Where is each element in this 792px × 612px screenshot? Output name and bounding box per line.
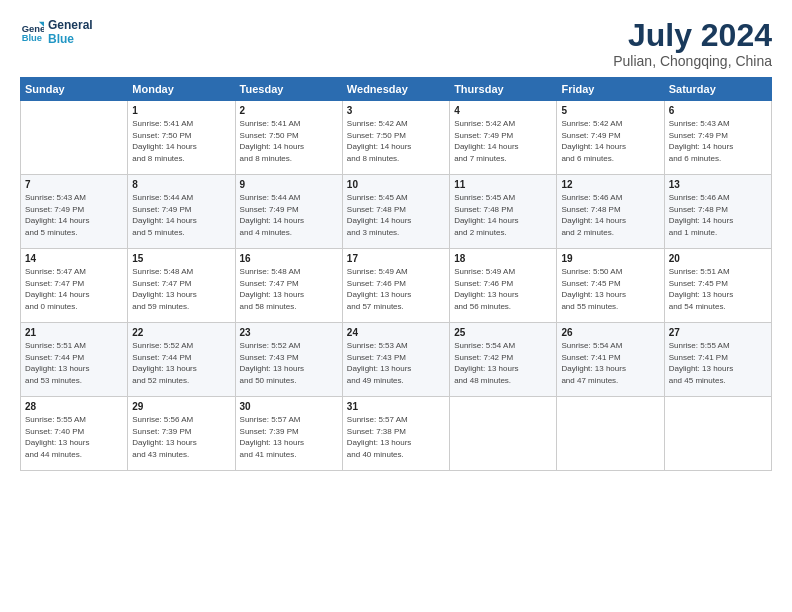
day-number: 11 bbox=[454, 179, 552, 190]
day-number: 1 bbox=[132, 105, 230, 116]
day-number: 17 bbox=[347, 253, 445, 264]
day-number: 26 bbox=[561, 327, 659, 338]
calendar-cell: 3Sunrise: 5:42 AMSunset: 7:50 PMDaylight… bbox=[342, 101, 449, 175]
calendar-cell: 28Sunrise: 5:55 AMSunset: 7:40 PMDayligh… bbox=[21, 397, 128, 471]
day-number: 2 bbox=[240, 105, 338, 116]
calendar-table: SundayMondayTuesdayWednesdayThursdayFrid… bbox=[20, 77, 772, 471]
calendar-cell: 19Sunrise: 5:50 AMSunset: 7:45 PMDayligh… bbox=[557, 249, 664, 323]
calendar-cell: 16Sunrise: 5:48 AMSunset: 7:47 PMDayligh… bbox=[235, 249, 342, 323]
day-number: 28 bbox=[25, 401, 123, 412]
cell-content: Sunrise: 5:53 AMSunset: 7:43 PMDaylight:… bbox=[347, 340, 445, 386]
cell-content: Sunrise: 5:50 AMSunset: 7:45 PMDaylight:… bbox=[561, 266, 659, 312]
cell-content: Sunrise: 5:48 AMSunset: 7:47 PMDaylight:… bbox=[132, 266, 230, 312]
calendar-cell: 17Sunrise: 5:49 AMSunset: 7:46 PMDayligh… bbox=[342, 249, 449, 323]
day-number: 14 bbox=[25, 253, 123, 264]
cell-content: Sunrise: 5:57 AMSunset: 7:38 PMDaylight:… bbox=[347, 414, 445, 460]
location: Pulian, Chongqing, China bbox=[613, 53, 772, 69]
day-number: 5 bbox=[561, 105, 659, 116]
calendar-cell: 21Sunrise: 5:51 AMSunset: 7:44 PMDayligh… bbox=[21, 323, 128, 397]
calendar-cell: 4Sunrise: 5:42 AMSunset: 7:49 PMDaylight… bbox=[450, 101, 557, 175]
day-number: 24 bbox=[347, 327, 445, 338]
header-day-monday: Monday bbox=[128, 78, 235, 101]
calendar-cell: 14Sunrise: 5:47 AMSunset: 7:47 PMDayligh… bbox=[21, 249, 128, 323]
day-number: 15 bbox=[132, 253, 230, 264]
calendar-cell: 24Sunrise: 5:53 AMSunset: 7:43 PMDayligh… bbox=[342, 323, 449, 397]
calendar-cell: 29Sunrise: 5:56 AMSunset: 7:39 PMDayligh… bbox=[128, 397, 235, 471]
calendar-cell: 7Sunrise: 5:43 AMSunset: 7:49 PMDaylight… bbox=[21, 175, 128, 249]
day-number: 23 bbox=[240, 327, 338, 338]
cell-content: Sunrise: 5:49 AMSunset: 7:46 PMDaylight:… bbox=[454, 266, 552, 312]
header-day-saturday: Saturday bbox=[664, 78, 771, 101]
calendar-cell: 2Sunrise: 5:41 AMSunset: 7:50 PMDaylight… bbox=[235, 101, 342, 175]
cell-content: Sunrise: 5:46 AMSunset: 7:48 PMDaylight:… bbox=[561, 192, 659, 238]
day-number: 3 bbox=[347, 105, 445, 116]
cell-content: Sunrise: 5:43 AMSunset: 7:49 PMDaylight:… bbox=[25, 192, 123, 238]
day-number: 25 bbox=[454, 327, 552, 338]
logo: General Blue General Blue bbox=[20, 18, 93, 47]
week-row-1: 7Sunrise: 5:43 AMSunset: 7:49 PMDaylight… bbox=[21, 175, 772, 249]
cell-content: Sunrise: 5:49 AMSunset: 7:46 PMDaylight:… bbox=[347, 266, 445, 312]
calendar-cell: 13Sunrise: 5:46 AMSunset: 7:48 PMDayligh… bbox=[664, 175, 771, 249]
cell-content: Sunrise: 5:41 AMSunset: 7:50 PMDaylight:… bbox=[240, 118, 338, 164]
week-row-4: 28Sunrise: 5:55 AMSunset: 7:40 PMDayligh… bbox=[21, 397, 772, 471]
week-row-0: 1Sunrise: 5:41 AMSunset: 7:50 PMDaylight… bbox=[21, 101, 772, 175]
header-day-friday: Friday bbox=[557, 78, 664, 101]
calendar-cell: 10Sunrise: 5:45 AMSunset: 7:48 PMDayligh… bbox=[342, 175, 449, 249]
calendar-cell: 9Sunrise: 5:44 AMSunset: 7:49 PMDaylight… bbox=[235, 175, 342, 249]
calendar-cell: 5Sunrise: 5:42 AMSunset: 7:49 PMDaylight… bbox=[557, 101, 664, 175]
calendar-cell: 27Sunrise: 5:55 AMSunset: 7:41 PMDayligh… bbox=[664, 323, 771, 397]
calendar-cell: 20Sunrise: 5:51 AMSunset: 7:45 PMDayligh… bbox=[664, 249, 771, 323]
cell-content: Sunrise: 5:42 AMSunset: 7:50 PMDaylight:… bbox=[347, 118, 445, 164]
header-day-wednesday: Wednesday bbox=[342, 78, 449, 101]
cell-content: Sunrise: 5:44 AMSunset: 7:49 PMDaylight:… bbox=[240, 192, 338, 238]
day-number: 30 bbox=[240, 401, 338, 412]
calendar-cell bbox=[664, 397, 771, 471]
header: General Blue General Blue July 2024 Puli… bbox=[20, 18, 772, 69]
cell-content: Sunrise: 5:51 AMSunset: 7:44 PMDaylight:… bbox=[25, 340, 123, 386]
day-number: 19 bbox=[561, 253, 659, 264]
calendar-page: General Blue General Blue July 2024 Puli… bbox=[0, 0, 792, 612]
day-number: 10 bbox=[347, 179, 445, 190]
calendar-cell: 8Sunrise: 5:44 AMSunset: 7:49 PMDaylight… bbox=[128, 175, 235, 249]
svg-text:Blue: Blue bbox=[22, 33, 42, 44]
cell-content: Sunrise: 5:56 AMSunset: 7:39 PMDaylight:… bbox=[132, 414, 230, 460]
cell-content: Sunrise: 5:48 AMSunset: 7:47 PMDaylight:… bbox=[240, 266, 338, 312]
day-number: 27 bbox=[669, 327, 767, 338]
calendar-cell: 22Sunrise: 5:52 AMSunset: 7:44 PMDayligh… bbox=[128, 323, 235, 397]
day-number: 12 bbox=[561, 179, 659, 190]
month-title: July 2024 bbox=[613, 18, 772, 53]
calendar-cell: 15Sunrise: 5:48 AMSunset: 7:47 PMDayligh… bbox=[128, 249, 235, 323]
calendar-cell: 18Sunrise: 5:49 AMSunset: 7:46 PMDayligh… bbox=[450, 249, 557, 323]
day-number: 31 bbox=[347, 401, 445, 412]
day-number: 21 bbox=[25, 327, 123, 338]
calendar-cell: 31Sunrise: 5:57 AMSunset: 7:38 PMDayligh… bbox=[342, 397, 449, 471]
calendar-cell: 6Sunrise: 5:43 AMSunset: 7:49 PMDaylight… bbox=[664, 101, 771, 175]
day-number: 13 bbox=[669, 179, 767, 190]
cell-content: Sunrise: 5:45 AMSunset: 7:48 PMDaylight:… bbox=[347, 192, 445, 238]
cell-content: Sunrise: 5:51 AMSunset: 7:45 PMDaylight:… bbox=[669, 266, 767, 312]
day-number: 4 bbox=[454, 105, 552, 116]
cell-content: Sunrise: 5:54 AMSunset: 7:41 PMDaylight:… bbox=[561, 340, 659, 386]
day-number: 16 bbox=[240, 253, 338, 264]
week-row-2: 14Sunrise: 5:47 AMSunset: 7:47 PMDayligh… bbox=[21, 249, 772, 323]
cell-content: Sunrise: 5:46 AMSunset: 7:48 PMDaylight:… bbox=[669, 192, 767, 238]
logo-blue: Blue bbox=[48, 32, 93, 46]
cell-content: Sunrise: 5:43 AMSunset: 7:49 PMDaylight:… bbox=[669, 118, 767, 164]
header-day-sunday: Sunday bbox=[21, 78, 128, 101]
day-number: 8 bbox=[132, 179, 230, 190]
calendar-cell: 26Sunrise: 5:54 AMSunset: 7:41 PMDayligh… bbox=[557, 323, 664, 397]
title-block: July 2024 Pulian, Chongqing, China bbox=[613, 18, 772, 69]
day-number: 7 bbox=[25, 179, 123, 190]
cell-content: Sunrise: 5:55 AMSunset: 7:40 PMDaylight:… bbox=[25, 414, 123, 460]
cell-content: Sunrise: 5:41 AMSunset: 7:50 PMDaylight:… bbox=[132, 118, 230, 164]
cell-content: Sunrise: 5:52 AMSunset: 7:43 PMDaylight:… bbox=[240, 340, 338, 386]
cell-content: Sunrise: 5:47 AMSunset: 7:47 PMDaylight:… bbox=[25, 266, 123, 312]
calendar-header: SundayMondayTuesdayWednesdayThursdayFrid… bbox=[21, 78, 772, 101]
day-number: 6 bbox=[669, 105, 767, 116]
header-day-thursday: Thursday bbox=[450, 78, 557, 101]
cell-content: Sunrise: 5:55 AMSunset: 7:41 PMDaylight:… bbox=[669, 340, 767, 386]
calendar-cell: 12Sunrise: 5:46 AMSunset: 7:48 PMDayligh… bbox=[557, 175, 664, 249]
cell-content: Sunrise: 5:42 AMSunset: 7:49 PMDaylight:… bbox=[454, 118, 552, 164]
cell-content: Sunrise: 5:54 AMSunset: 7:42 PMDaylight:… bbox=[454, 340, 552, 386]
cell-content: Sunrise: 5:44 AMSunset: 7:49 PMDaylight:… bbox=[132, 192, 230, 238]
